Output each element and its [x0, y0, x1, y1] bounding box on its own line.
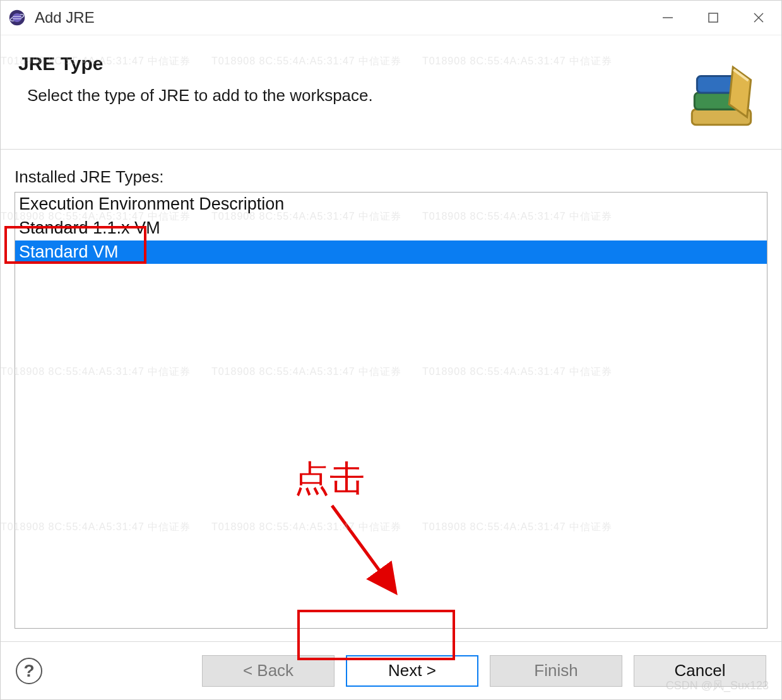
eclipse-icon [8, 9, 26, 27]
button-bar: ? < Back Next > Finish Cancel [1, 641, 781, 699]
finish-button[interactable]: Finish [490, 655, 622, 687]
list-item[interactable]: Standard VM [15, 240, 767, 264]
wizard-heading: JRE Type [18, 53, 680, 74]
wizard-header: JRE Type Select the type of JRE to add t… [1, 35, 781, 150]
back-button[interactable]: < Back [202, 655, 335, 687]
window-title: Add JRE [35, 9, 95, 27]
minimize-button[interactable] [645, 1, 690, 35]
help-button[interactable]: ? [16, 658, 42, 684]
window-controls [645, 1, 781, 35]
jre-types-list[interactable]: Execution Environment DescriptionStandar… [15, 192, 767, 629]
maximize-button[interactable] [690, 1, 736, 35]
books-icon [680, 53, 764, 136]
svg-rect-4 [709, 13, 718, 22]
wizard-description: Select the type of JRE to add to the wor… [18, 86, 680, 105]
wizard-content: Installed JRE Types: Execution Environme… [1, 150, 781, 641]
close-button[interactable] [736, 1, 781, 35]
next-button[interactable]: Next > [346, 655, 478, 687]
list-label: Installed JRE Types: [15, 167, 767, 187]
list-item[interactable]: Execution Environment Description [15, 193, 767, 217]
cancel-button[interactable]: Cancel [634, 655, 766, 687]
dialog-window: Add JRE JRE Type Select the type of JRE … [0, 0, 782, 700]
list-item[interactable]: Standard 1.1.x VM [15, 217, 767, 240]
titlebar: Add JRE [1, 1, 781, 35]
svg-point-2 [13, 13, 21, 22]
